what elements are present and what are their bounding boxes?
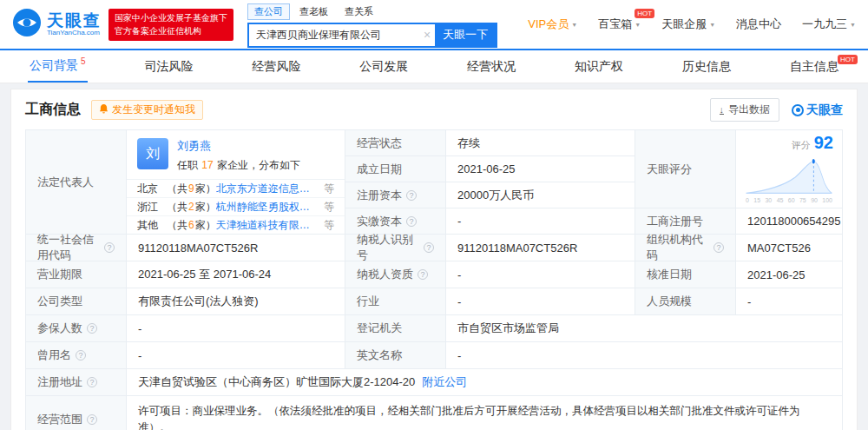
gov-badge-line2: 官方备案企业征信机构	[115, 24, 227, 38]
value-english-name: -	[446, 342, 842, 369]
value-taxpayer-id: 91120118MA07CT526R	[446, 235, 635, 261]
gov-badge-line1: 国家中小企业发展子基金旗下	[115, 11, 227, 25]
vip-member-link[interactable]: VIP会员 ▼	[528, 17, 577, 32]
hot-badge: HOT	[635, 9, 654, 18]
help-icon[interactable]	[406, 216, 417, 227]
tianyancha-watermark-icon	[792, 104, 804, 116]
region-count: （共2家）	[167, 200, 216, 215]
tab-operating-status[interactable]: 经营状况	[465, 50, 517, 83]
label-staff-size: 人员规模	[635, 288, 736, 315]
label-text: 曾用名	[37, 347, 71, 363]
username-label: 一九九三	[802, 17, 847, 32]
avatar[interactable]: 刘	[137, 138, 168, 169]
search-tab-company[interactable]: 查公司	[247, 3, 290, 20]
help-icon[interactable]	[76, 350, 86, 361]
region-company-link[interactable]: 天津独道科技有限公司	[216, 218, 315, 233]
help-icon[interactable]	[87, 323, 97, 334]
label-text: 纳税人识别号	[357, 232, 419, 263]
value-approval-date: 2021-06-25	[736, 261, 842, 288]
value-establish-date: 2021-06-25	[446, 156, 635, 182]
search-tab-relation[interactable]: 查关系	[338, 3, 380, 20]
clear-search-icon[interactable]: ×	[419, 28, 435, 42]
nearby-companies-link[interactable]: 附近公司	[422, 374, 467, 390]
business-info-table: 法定代表人 刘 刘勇燕 任职 17 家企业，分布如下 北京 （共9家） 北京东方…	[25, 129, 843, 430]
tab-company-development[interactable]: 公司发展	[358, 50, 410, 83]
etc-label: 等	[324, 182, 334, 196]
role-count[interactable]: 17	[201, 159, 214, 171]
toolbox-link[interactable]: 百宝箱 ▼ HOT	[598, 17, 641, 32]
label-establish-date: 成立日期	[345, 156, 446, 182]
tab-operating-risk[interactable]: 经营风险	[250, 50, 302, 83]
tab-company-background[interactable]: 公司背景 5	[28, 50, 88, 83]
enterprise-service-link[interactable]: 天眼企服 ▼	[661, 17, 715, 32]
tianyancha-logo[interactable]: 天眼查 TianYanCha.com	[12, 8, 102, 41]
label-taxpayer-quality: 纳税人资质	[345, 261, 446, 288]
tab-intellectual-property[interactable]: 知识产权	[573, 50, 625, 83]
value-taxpayer-quality: -	[446, 261, 635, 288]
help-icon[interactable]	[424, 242, 434, 253]
help-icon[interactable]	[87, 377, 97, 387]
message-center-link[interactable]: 消息中心	[736, 17, 781, 32]
region-count: （共9家）	[167, 182, 216, 196]
legal-rep-name-link[interactable]: 刘勇燕	[177, 138, 300, 154]
change-notify-label: 发生变更时通知我	[112, 103, 195, 117]
user-account-link[interactable]: 一九九三 ▼	[802, 17, 856, 32]
gov-certification-badge: 国家中小企业发展子基金旗下 官方备案企业征信机构	[108, 9, 233, 41]
tianyancha-logo-icon	[12, 8, 42, 41]
tianyancha-watermark: 天眼查	[792, 103, 843, 118]
caret-down-icon: ▼	[571, 22, 577, 28]
role-prefix: 任职	[177, 159, 201, 171]
value-staff-size: -	[736, 288, 842, 315]
search-input[interactable]	[249, 29, 419, 41]
vip-member-label: VIP会员	[528, 17, 569, 32]
label-taxpayer-id: 纳税人识别号	[345, 235, 446, 261]
caret-down-icon: ▼	[850, 22, 856, 28]
value-business-scope: 许可项目：商业保理业务。（依法须经批准的项目，经相关部门批准后方可开展经营活动，…	[127, 396, 842, 430]
label-text: 参保人数	[37, 321, 82, 336]
legal-representative-cell: 刘 刘勇燕 任职 17 家企业，分布如下 北京 （共9家） 北京东方道迩信息技.…	[127, 130, 345, 235]
hot-badge: HOT	[838, 55, 858, 64]
value-registration-authority: 市自贸区市场监管局	[446, 315, 842, 342]
search-tab-boss[interactable]: 查老板	[293, 3, 335, 20]
value-insured-count: -	[127, 315, 345, 342]
region-name: 北京	[137, 182, 167, 196]
tianyancha-watermark-label: 天眼查	[806, 103, 843, 118]
search-button[interactable]: 天眼一下	[435, 24, 496, 46]
score-axis-ticks: 0153045607590100	[745, 195, 833, 206]
label-business-term: 营业期限	[26, 261, 127, 288]
score-curve-chart	[745, 155, 833, 195]
brand-domain: TianYanCha.com	[47, 29, 102, 36]
value-registered-capital: 20000万人民币	[446, 182, 635, 208]
tab-judicial-risk[interactable]: 司法风险	[142, 50, 194, 83]
help-icon[interactable]	[406, 190, 417, 201]
search-box: × 天眼一下	[247, 23, 497, 48]
export-data-button[interactable]: ↓ 导出数据	[710, 98, 780, 122]
region-company-link[interactable]: 北京东方道迩信息技...	[216, 182, 315, 196]
label-credit-code: 统一社会信用代码	[26, 235, 127, 261]
search-area: 查公司 查老板 查关系 × 天眼一下	[247, 2, 497, 48]
value-business-status: 存续	[446, 130, 635, 156]
tab-label: 司法风险	[144, 59, 193, 75]
label-registered-capital: 注册资本	[345, 182, 446, 208]
brand-name: 天眼查	[47, 12, 102, 30]
region-name: 浙江	[137, 200, 167, 215]
value-former-name: -	[127, 342, 345, 369]
help-icon[interactable]	[713, 242, 724, 253]
help-icon[interactable]	[104, 242, 115, 253]
top-header: 天眼查 TianYanCha.com 国家中小企业发展子基金旗下 官方备案企业征…	[0, 0, 868, 49]
label-text: 纳税人资质	[357, 267, 413, 282]
region-row: 浙江 （共2家） 杭州静能坚勇股权投... 等	[127, 198, 345, 216]
tab-self-info[interactable]: 自主信息 HOT	[788, 50, 840, 83]
tab-history-info[interactable]: 历史信息	[681, 50, 733, 83]
score-value: 92	[814, 133, 833, 152]
section-title: 工商信息	[25, 101, 81, 119]
region-company-link[interactable]: 杭州静能坚勇股权投...	[216, 200, 315, 215]
help-icon[interactable]	[418, 269, 428, 280]
caret-down-icon: ▼	[635, 22, 641, 28]
tianyan-score-cell[interactable]: 评分92 0153045607590100	[736, 130, 842, 208]
region-count: （共6家）	[167, 218, 216, 233]
change-notify-button[interactable]: 发生变更时通知我	[91, 100, 203, 120]
tab-label: 经营风险	[252, 59, 300, 75]
help-icon[interactable]	[87, 414, 97, 425]
label-legal-representative: 法定代表人	[26, 130, 127, 235]
